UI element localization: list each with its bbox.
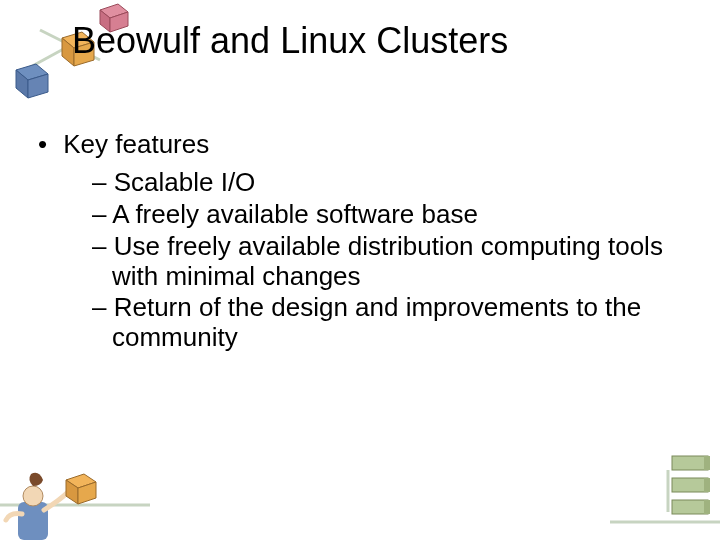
dash-glyph: – (92, 199, 106, 229)
sub-bullet-text: Scalable I/O (114, 167, 256, 197)
svg-point-13 (23, 486, 43, 506)
svg-rect-12 (18, 502, 48, 540)
svg-rect-24 (704, 500, 710, 514)
sub-bullet-text: Use freely available distribution comput… (112, 231, 663, 291)
dash-glyph: – (92, 292, 106, 322)
bullet-glyph: • (38, 130, 56, 160)
slide: Beowulf and Linux Clusters • Key feature… (0, 0, 720, 540)
sub-bullets: – Scalable I/O – A freely available soft… (92, 168, 680, 353)
sub-bullet-text: A freely available software base (112, 199, 478, 229)
svg-rect-20 (672, 478, 708, 492)
bullet-level1: • Key features (38, 130, 680, 160)
svg-marker-9 (16, 70, 28, 98)
sub-bullet-text: Return of the design and improvements to… (112, 292, 641, 352)
sub-bullet: – Scalable I/O (92, 168, 680, 198)
dash-glyph: – (92, 231, 106, 261)
sub-bullet: – Use freely available distribution comp… (92, 232, 680, 292)
svg-rect-19 (672, 456, 708, 470)
svg-marker-10 (28, 74, 48, 98)
svg-marker-8 (16, 64, 48, 80)
svg-marker-16 (78, 482, 96, 504)
svg-marker-14 (66, 474, 96, 488)
decor-bottom-left-icon (0, 450, 150, 540)
dash-glyph: – (92, 167, 106, 197)
svg-marker-2 (100, 4, 128, 18)
svg-rect-22 (704, 456, 710, 470)
sub-bullet: – A freely available software base (92, 200, 680, 230)
svg-rect-21 (672, 500, 708, 514)
decor-bottom-right-icon (610, 450, 720, 530)
bullet-text: Key features (63, 129, 209, 159)
svg-rect-23 (704, 478, 710, 492)
slide-title: Beowulf and Linux Clusters (72, 20, 690, 62)
sub-bullet: – Return of the design and improvements … (92, 293, 680, 353)
slide-body: • Key features – Scalable I/O – A freely… (38, 130, 680, 355)
svg-marker-15 (66, 480, 78, 504)
